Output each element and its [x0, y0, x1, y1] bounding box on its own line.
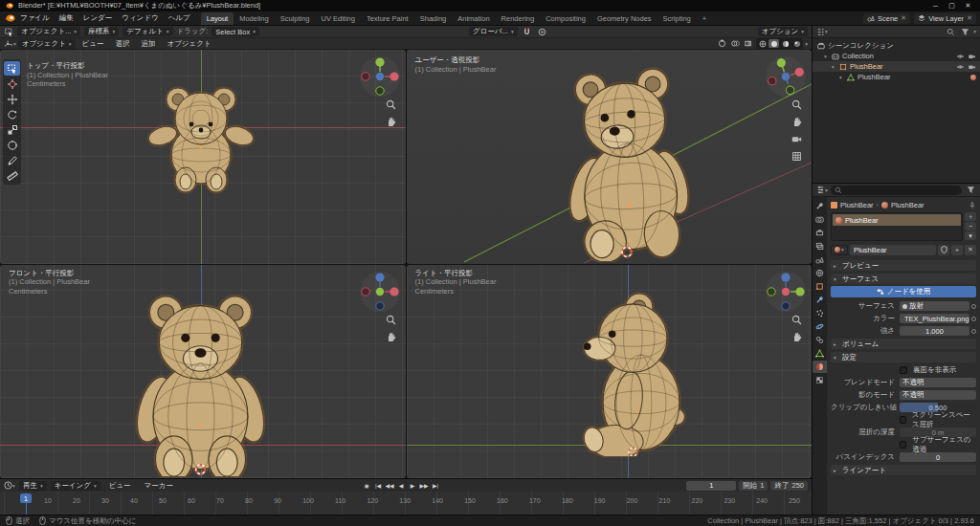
timeline-ruler[interactable]: 1 10 20 30 40 50 60 70 80 90 100 110: [0, 492, 812, 515]
new-material-button[interactable]: ＋: [951, 245, 963, 255]
outliner-row-mesh-plushbear[interactable]: ▾ PlushBear: [813, 72, 980, 82]
play-reverse-button[interactable]: ◀: [396, 481, 407, 491]
timeline-editor-icon[interactable]: ▾: [4, 481, 15, 491]
navigation-gizmo[interactable]: [765, 55, 807, 98]
shading-material-icon[interactable]: [780, 39, 791, 48]
viewport-right[interactable]: ライト・平行投影 (1) Collection | PlushBear Cent…: [407, 265, 813, 479]
zoom-icon[interactable]: [386, 99, 396, 110]
material-slot-list[interactable]: PlushBear: [831, 212, 963, 241]
workspace-tab-sculpting[interactable]: Sculpting: [275, 12, 316, 25]
playhead-line[interactable]: [26, 503, 27, 515]
play-button[interactable]: ▶: [408, 481, 418, 491]
zoom-icon[interactable]: [791, 99, 802, 110]
outliner-editor-icon[interactable]: ▾: [816, 27, 828, 36]
tab-world-icon[interactable]: [813, 267, 827, 279]
pan-hand-icon[interactable]: [791, 117, 802, 127]
tool-transform[interactable]: [4, 138, 20, 152]
animate-icon[interactable]: [971, 317, 976, 321]
tool-rotate[interactable]: [4, 107, 20, 121]
scene-unlink-icon[interactable]: ✕: [901, 14, 906, 22]
menu-window[interactable]: ウィンドウ: [117, 11, 163, 25]
shading-solid-icon[interactable]: [768, 39, 779, 48]
tab-texture-icon[interactable]: [813, 374, 827, 386]
fake-user-shield-icon[interactable]: [938, 245, 949, 255]
hide-eye-icon[interactable]: [956, 53, 965, 60]
scene-selector[interactable]: Scene ✕: [863, 13, 910, 24]
current-frame-field[interactable]: 1: [686, 481, 736, 491]
tab-object-data-icon[interactable]: [813, 347, 827, 360]
tab-physics-icon[interactable]: [813, 320, 827, 333]
viewport-menu-add[interactable]: 追加: [136, 38, 160, 49]
teddy-bear-object-user[interactable]: [556, 55, 700, 261]
zoom-icon[interactable]: [791, 315, 802, 325]
outliner-row-scene-collection[interactable]: シーンコレクション: [813, 40, 980, 51]
properties-search-input[interactable]: [831, 186, 962, 195]
surface-type-dropdown[interactable]: 放射: [900, 301, 969, 311]
tool-annotate[interactable]: [4, 153, 20, 167]
maximize-button[interactable]: ▢: [945, 1, 959, 11]
backface-checkbox[interactable]: [900, 366, 907, 374]
expand-icon[interactable]: ▾: [822, 54, 829, 59]
animate-icon[interactable]: [971, 329, 976, 334]
tool-measure[interactable]: [4, 168, 20, 183]
tool-scale[interactable]: [4, 122, 20, 137]
tool-cursor[interactable]: [4, 77, 20, 91]
expand-icon[interactable]: ▾: [830, 64, 836, 70]
panel-volume[interactable]: ▸ボリューム: [831, 339, 976, 349]
tab-scene-icon[interactable]: [813, 253, 827, 266]
tab-output-icon[interactable]: [813, 227, 827, 239]
navigation-gizmo[interactable]: [359, 55, 401, 98]
tool-select-box[interactable]: [4, 61, 20, 76]
shading-wireframe-icon[interactable]: [757, 39, 768, 48]
blend-mode-dropdown[interactable]: 不透明: [900, 378, 976, 387]
show-gizmo-toggle-icon[interactable]: [716, 39, 727, 49]
navigation-gizmo[interactable]: [359, 271, 401, 313]
outliner-filter-icon[interactable]: [959, 27, 970, 36]
add-workspace-button[interactable]: +: [697, 12, 712, 25]
xray-toggle-icon[interactable]: [743, 39, 754, 49]
pin-icon[interactable]: [969, 202, 976, 209]
strength-field[interactable]: 1.000: [900, 326, 969, 336]
unlink-material-button[interactable]: ✕: [965, 245, 976, 255]
object-mode-dropdown[interactable]: オブジェクト▾: [18, 39, 76, 49]
remove-slot-button[interactable]: −: [965, 222, 976, 230]
pan-hand-icon[interactable]: [386, 117, 396, 127]
teddy-bear-object-top[interactable]: [139, 80, 263, 203]
properties-filter-icon[interactable]: [965, 186, 976, 195]
timeline-marker-menu[interactable]: マーカー: [140, 479, 178, 492]
proportional-editing-icon[interactable]: [537, 27, 548, 36]
show-overlays-toggle-icon[interactable]: [729, 39, 741, 49]
close-button[interactable]: ✕: [961, 1, 975, 11]
sss-checkbox[interactable]: [900, 441, 906, 449]
panel-line-art[interactable]: ▸ラインアート: [831, 465, 976, 475]
menu-file[interactable]: ファイル: [15, 11, 55, 25]
clip-threshold-slider[interactable]: 0.500: [900, 403, 976, 412]
navigation-gizmo[interactable]: [765, 271, 807, 313]
shading-rendered-icon[interactable]: [791, 39, 802, 48]
blender-menu-icon[interactable]: [4, 13, 15, 23]
jump-to-end-button[interactable]: ▶|: [431, 481, 441, 491]
playback-menu[interactable]: 再生▾: [19, 481, 47, 491]
snap-magnet-icon[interactable]: [522, 27, 533, 36]
tab-object-icon[interactable]: [813, 280, 827, 293]
transform-orientation-dropdown[interactable]: グローバ...▾: [469, 27, 518, 36]
breadcrumb-material[interactable]: PlushBear: [891, 201, 924, 209]
teddy-bear-object-front[interactable]: [131, 280, 270, 476]
panel-preview[interactable]: ▸プレビュー: [831, 260, 976, 271]
animate-icon[interactable]: [971, 304, 976, 309]
next-keyframe-button[interactable]: ▶▶: [419, 481, 430, 491]
color-texture-field[interactable]: TEX_PlushBear.png: [900, 314, 969, 323]
select-tool-dropdown[interactable]: Select Box▾: [212, 27, 259, 36]
menu-edit[interactable]: 編集: [55, 11, 78, 25]
jump-to-start-button[interactable]: |◀: [373, 481, 384, 491]
workspace-tab-geometry-nodes[interactable]: Geometry Nodes: [591, 12, 657, 25]
toggle-ortho-icon[interactable]: [791, 151, 802, 162]
breadcrumb-object[interactable]: PlushBear: [840, 201, 874, 209]
workspace-tab-compositing[interactable]: Compositing: [540, 12, 591, 25]
tab-material-icon[interactable]: [813, 361, 827, 373]
teddy-bear-object-right[interactable]: [556, 280, 702, 456]
prev-keyframe-button[interactable]: ◀◀: [385, 481, 395, 491]
workspace-tab-rendering[interactable]: Rendering: [496, 12, 541, 25]
tab-constraints-icon[interactable]: [813, 334, 827, 346]
browse-material-icon[interactable]: ▾: [831, 245, 848, 255]
